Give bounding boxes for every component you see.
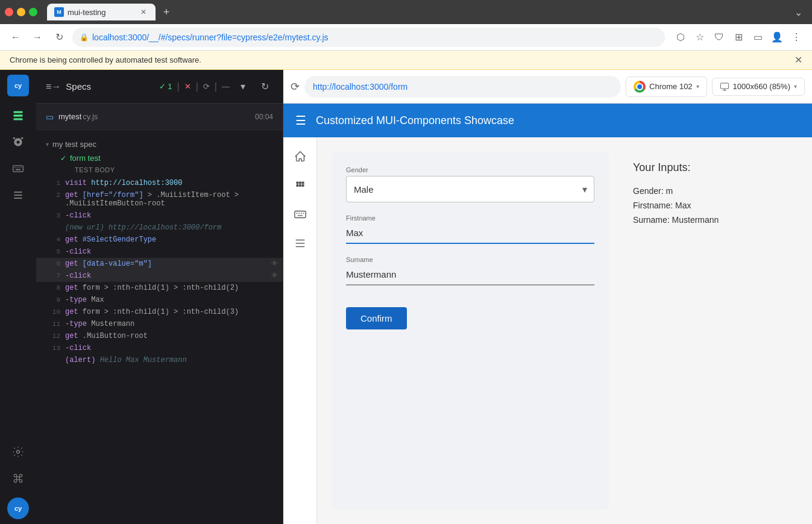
confirm-button[interactable]: Confirm xyxy=(346,307,407,329)
pass-count: 1 xyxy=(168,82,172,91)
firstname-input[interactable] xyxy=(346,223,594,244)
code-line-2[interactable]: 2 get [href="/form"] > .MuiListItem-root… xyxy=(36,189,283,210)
code-line-7[interactable]: 7 -click 👁 xyxy=(36,270,283,282)
svg-point-16 xyxy=(17,451,20,454)
cy-logo-label: cy xyxy=(14,505,22,512)
cypress-cmd-button[interactable] xyxy=(6,466,30,490)
size-label: 1000x660 (85%) xyxy=(733,82,790,91)
extensions-icon[interactable]: ⊞ xyxy=(730,29,747,46)
line-num-alert xyxy=(46,356,60,357)
hamburger-icon[interactable]: ☰ xyxy=(295,113,306,128)
svg-point-5 xyxy=(21,137,23,139)
banner-close-button[interactable]: ✕ xyxy=(795,54,802,66)
cypress-nav-keyboard[interactable] xyxy=(6,157,30,181)
code-line-8[interactable]: 8 get form > :nth-child(1) > :nth-child(… xyxy=(36,282,283,294)
main-content: cy cy xyxy=(0,70,812,524)
dropdown-button[interactable]: ▾ xyxy=(234,78,251,95)
eye-icon-7[interactable]: 👁 xyxy=(271,272,278,279)
test-suite: ▾ my test spec ✓ form test TEST BODY xyxy=(36,135,283,177)
code-line-3[interactable]: 3 -click xyxy=(36,210,283,222)
svg-rect-7 xyxy=(13,166,24,172)
line-content-13: -click xyxy=(65,344,91,352)
stat-separator: | xyxy=(177,81,180,92)
cypress-nav-settings[interactable] xyxy=(6,440,30,464)
viewport-refresh-icon[interactable]: ⟳ xyxy=(291,80,300,93)
cypress-nav-list[interactable] xyxy=(6,183,30,207)
code-line-13[interactable]: 13 -click xyxy=(36,342,283,354)
size-select[interactable]: 1000x660 (85%) ▾ xyxy=(712,78,805,96)
forward-button[interactable]: → xyxy=(29,29,46,46)
code-line-5[interactable]: 5 -click xyxy=(36,246,283,258)
firstname-input-wrapper xyxy=(346,223,594,244)
close-traffic-light[interactable] xyxy=(5,8,13,16)
cypress-sidebar: cy cy xyxy=(0,70,36,524)
line-content-8: get form > :nth-child(1) > :nth-child(2) xyxy=(65,284,239,292)
code-line-4[interactable]: 4 get #SelectGenderType xyxy=(36,234,283,246)
code-line-6[interactable]: 6 get [data-value="m"] 👁 xyxy=(36,258,283,270)
line-content-alert: (alert) Hello Max Mustermann xyxy=(65,356,187,364)
viewport-url-bar[interactable]: http://localhost:3000/form xyxy=(304,76,621,98)
cypress-logo-bottom[interactable]: cy xyxy=(7,497,29,519)
app-nav-list[interactable] xyxy=(288,231,312,255)
test-tree: ▾ my test spec ✓ form test TEST BODY 1 xyxy=(36,130,283,524)
shield-icon[interactable]: 🛡 xyxy=(711,29,728,46)
profile-icon[interactable]: 👤 xyxy=(769,29,785,46)
eye-icon-6[interactable]: 👁 xyxy=(271,260,278,267)
svg-rect-1 xyxy=(14,114,23,116)
suite-name-row[interactable]: ▾ my test spec xyxy=(46,137,273,151)
cypress-nav-runs[interactable] xyxy=(6,104,30,128)
new-tab-button[interactable]: + xyxy=(158,4,175,20)
minimize-traffic-light[interactable] xyxy=(17,8,25,16)
menu-icon[interactable]: ⋮ xyxy=(788,29,805,46)
svg-rect-0 xyxy=(14,111,23,113)
line-num-4: 4 xyxy=(46,235,60,243)
tab-favicon: M xyxy=(54,7,64,17)
runs-icon xyxy=(12,110,24,122)
surname-label: Surname xyxy=(346,256,594,263)
line-content-1: visit http://localhost:3000 xyxy=(65,179,182,187)
settings-icon xyxy=(12,446,24,458)
url-bar[interactable]: 🔒 localhost:3000/__/#/specs/runner?file=… xyxy=(72,28,665,47)
tab-collapse-button[interactable]: ⌄ xyxy=(790,4,807,20)
app-nav-apps[interactable] xyxy=(288,173,312,198)
code-line-9[interactable]: 9 -type Max xyxy=(36,294,283,306)
surname-input[interactable] xyxy=(346,264,594,285)
banner-text: Chrome is being controlled by automated … xyxy=(10,55,201,64)
test-item-form-test[interactable]: ✓ form test xyxy=(46,151,273,165)
file-icon: ▭ xyxy=(46,112,54,122)
automation-banner: Chrome is being controlled by automated … xyxy=(0,51,812,70)
app-nav-home[interactable] xyxy=(288,145,312,169)
line-num-12: 12 xyxy=(46,332,60,340)
code-line-12[interactable]: 12 get .MuiButton-root xyxy=(36,330,283,342)
code-line-10[interactable]: 10 get form > :nth-child(1) > :nth-child… xyxy=(36,306,283,318)
tab-close-button[interactable]: ✕ xyxy=(139,7,148,17)
refresh-button[interactable]: ↻ xyxy=(256,78,273,95)
app-header: ☰ Customized MUI-Components Showcase xyxy=(283,104,812,137)
surname-input-wrapper xyxy=(346,264,594,285)
line-num-11: 11 xyxy=(46,320,60,328)
svg-point-22 xyxy=(301,181,304,184)
code-line-1[interactable]: 1 visit http://localhost:3000 xyxy=(36,177,283,189)
app-nav-keyboard[interactable] xyxy=(288,202,312,226)
code-line-11[interactable]: 11 -type Mustermann xyxy=(36,318,283,330)
cast-icon[interactable]: ⬡ xyxy=(672,29,689,46)
browser-select[interactable]: Chrome 102 ▾ xyxy=(626,76,707,97)
viewport-url-text: http://localhost:3000/form xyxy=(313,82,408,92)
window-icon[interactable]: ▭ xyxy=(749,29,766,46)
surname-form-group: Surname xyxy=(346,256,594,285)
code-line-comment: (new url) http://localhost:3000/form xyxy=(36,222,283,234)
url-text: localhost:3000/__/#/specs/runner?file=cy… xyxy=(92,33,329,42)
gender-select[interactable]: Male Female xyxy=(346,176,594,202)
active-tab[interactable]: M mui-testing ✕ xyxy=(47,4,156,20)
checkmark-icon: ✓ xyxy=(159,82,166,91)
cypress-nav-tests[interactable] xyxy=(6,130,30,154)
test-body-text: TEST BODY xyxy=(75,166,115,173)
keyboard-nav-icon xyxy=(294,208,307,221)
bookmark-icon[interactable]: ☆ xyxy=(691,29,708,46)
test-body-label: TEST BODY xyxy=(46,165,273,175)
reload-button[interactable]: ↻ xyxy=(51,29,68,46)
back-button[interactable]: ← xyxy=(7,29,24,46)
maximize-traffic-light[interactable] xyxy=(29,8,37,16)
chrome-icon xyxy=(634,81,646,93)
line-content-9: -type Max xyxy=(65,296,104,304)
